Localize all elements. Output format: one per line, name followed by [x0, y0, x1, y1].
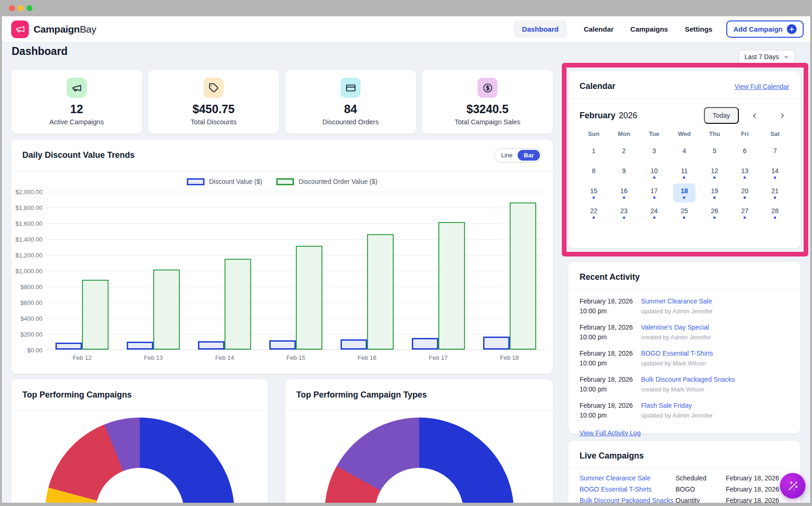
discount-value-bar[interactable]	[55, 343, 82, 350]
day-box[interactable]: 7	[764, 143, 786, 162]
day-box[interactable]: 6	[734, 143, 756, 162]
view-full-calendar-link[interactable]: View Full Calendar	[735, 83, 789, 90]
day-box[interactable]: 5	[703, 143, 726, 162]
calendar-day-cell[interactable]: 27	[730, 203, 760, 223]
day-box[interactable]: 20	[734, 183, 756, 202]
calendar-day-cell[interactable]: 19	[699, 183, 730, 203]
day-box[interactable]: 27	[734, 203, 756, 223]
discount-value-bar[interactable]	[198, 341, 225, 350]
event-dot	[653, 196, 655, 199]
brand-logo[interactable]: CampaignBay	[11, 20, 96, 38]
day-box[interactable]: 17	[643, 183, 665, 202]
calendar-day-cell[interactable]: 11	[669, 163, 700, 183]
discounted-order-value-bar[interactable]	[82, 280, 109, 350]
calendar-day-cell[interactable]: 22	[579, 203, 609, 223]
day-box[interactable]: 28	[764, 203, 786, 223]
discounted-order-value-bar[interactable]	[367, 234, 394, 350]
close-window-dot[interactable]	[9, 5, 15, 11]
calendar-day-cell[interactable]: 16	[609, 183, 639, 203]
activity-campaign-link[interactable]: Valentine's Day Special	[641, 323, 789, 332]
calendar-day-cell[interactable]: 15	[579, 183, 609, 203]
calendar-day-cell[interactable]: 23	[609, 203, 639, 223]
calendar-day-cell[interactable]: 1	[579, 143, 609, 163]
calendar-day-cell[interactable]: 18	[669, 183, 700, 203]
discount-value-bar[interactable]	[412, 338, 438, 350]
discount-value-bar[interactable]	[127, 342, 153, 350]
day-box[interactable]: 1	[582, 143, 605, 162]
today-button[interactable]: Today	[704, 107, 739, 124]
stat-label: Total Campaign Sales	[455, 118, 520, 126]
calendar-day-cell[interactable]: 12	[699, 163, 730, 183]
selected-day[interactable]: 18	[673, 183, 696, 202]
day-box[interactable]: 12	[703, 163, 726, 182]
calendar-day-cell[interactable]: 5	[699, 143, 730, 163]
nav-item-dashboard[interactable]: Dashboard	[514, 20, 567, 38]
day-box[interactable]: 21	[764, 183, 786, 202]
calendar-day-cell[interactable]: 4	[669, 143, 700, 163]
toggle-bar-option[interactable]: Bar	[518, 150, 540, 161]
day-box[interactable]: 9	[613, 163, 635, 182]
maximize-window-dot[interactable]	[27, 5, 33, 11]
day-box[interactable]: 24	[643, 203, 665, 223]
minimize-window-dot[interactable]	[18, 5, 24, 11]
day-box[interactable]: 3	[643, 143, 665, 162]
calendar-day-cell[interactable]: 20	[730, 183, 760, 203]
toggle-line-option[interactable]: Line	[496, 150, 518, 161]
day-box[interactable]: 13	[734, 163, 756, 182]
day-box[interactable]: 19	[703, 183, 726, 202]
day-box[interactable]: 22	[582, 203, 605, 223]
day-box[interactable]: 14	[764, 163, 786, 182]
day-box[interactable]: 26	[703, 203, 726, 223]
day-box[interactable]: 25	[673, 203, 696, 223]
activity-campaign-link[interactable]: Summer Clearance Sale	[641, 297, 789, 306]
calendar-day-cell[interactable]: 14	[760, 163, 790, 183]
discounted-order-value-bar[interactable]	[438, 222, 465, 350]
day-box[interactable]: 11	[673, 163, 696, 182]
day-box[interactable]: 4	[673, 143, 696, 162]
nav-item-settings[interactable]: Settings	[685, 25, 712, 33]
calendar-day-cell[interactable]: 9	[609, 163, 639, 183]
day-box[interactable]: 8	[582, 163, 605, 182]
day-box[interactable]: 2	[613, 143, 635, 162]
calendar-day-cell[interactable]: 10	[639, 163, 669, 183]
y-axis-tick: $1,200.00	[15, 252, 42, 259]
discount-value-bar[interactable]	[341, 339, 367, 350]
day-box[interactable]: 16	[613, 183, 635, 202]
add-campaign-button[interactable]: Add Campaign +	[726, 20, 804, 38]
discounted-order-value-bar[interactable]	[510, 202, 536, 350]
calendar-day-cell[interactable]: 6	[730, 143, 760, 163]
ai-assistant-fab[interactable]	[780, 473, 805, 499]
calendar-day-cell[interactable]: 8	[579, 163, 609, 183]
prev-month-chevron-icon[interactable]	[747, 112, 761, 120]
calendar-day-cell[interactable]: 17	[639, 183, 669, 203]
activity-campaign-link[interactable]: BOGO Essential T-Shirts	[641, 349, 789, 358]
next-month-chevron-icon[interactable]	[775, 112, 789, 120]
calendar-day-cell[interactable]: 26	[699, 203, 730, 223]
nav-item-calendar[interactable]: Calendar	[584, 25, 614, 33]
activity-campaign-link[interactable]: Flash Sale Friday	[641, 401, 789, 411]
discount-value-bar[interactable]	[483, 337, 510, 350]
live-campaign-name-link[interactable]: Bulk Discount Packaged Snacks	[580, 497, 676, 503]
live-campaign-name-link[interactable]: Summer Clearance Sale	[580, 474, 676, 482]
discount-value-bar[interactable]	[269, 340, 296, 350]
nav-item-campaigns[interactable]: Campaigns	[630, 25, 668, 33]
calendar-day-cell[interactable]: 3	[639, 143, 669, 163]
live-campaign-name-link[interactable]: BOGO Essential T-Shirts	[580, 486, 676, 493]
calendar-day-cell[interactable]: 21	[760, 183, 790, 203]
calendar-day-cell[interactable]: 28	[760, 203, 790, 223]
discounted-order-value-bar[interactable]	[225, 259, 251, 350]
calendar-day-cell[interactable]: 24	[639, 203, 669, 223]
calendar-day-cell[interactable]: 25	[669, 203, 700, 223]
day-box[interactable]: 23	[613, 203, 635, 223]
calendar-day-cell[interactable]: 2	[609, 143, 639, 163]
discounted-order-value-bar[interactable]	[153, 270, 180, 350]
calendar-day-cell[interactable]: 13	[730, 163, 760, 183]
view-full-activity-log-link[interactable]: View Full Activity Log	[580, 429, 641, 437]
day-box[interactable]: 10	[643, 163, 665, 182]
date-range-selector[interactable]: Last 7 Days	[738, 50, 795, 64]
stats-row: 12Active Campaigns$450.75Total Discounts…	[11, 70, 553, 134]
calendar-day-cell[interactable]: 7	[760, 143, 790, 163]
discounted-order-value-bar[interactable]	[296, 246, 322, 350]
activity-campaign-link[interactable]: Bulk Discount Packaged Snacks	[641, 375, 789, 385]
day-box[interactable]: 15	[582, 183, 605, 202]
